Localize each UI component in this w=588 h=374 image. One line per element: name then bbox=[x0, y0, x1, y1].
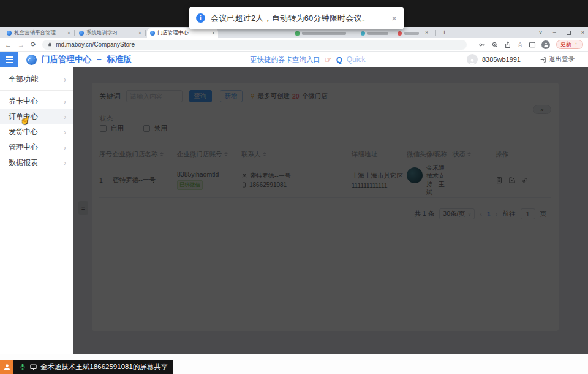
title-dash: － bbox=[95, 54, 104, 65]
site-favicon bbox=[295, 31, 300, 36]
logout-icon bbox=[540, 56, 546, 63]
address-bar[interactable]: md.maboy.cn/CompanyStore bbox=[42, 40, 467, 50]
site-favicon bbox=[398, 31, 402, 36]
page-body: 全部功能 › 券卡中心 › 订单中心 › 发货中心 › 管理中心 › 数据报表 bbox=[0, 67, 588, 354]
logout-button[interactable]: 退出登录 bbox=[540, 55, 575, 64]
logout-label: 退出登录 bbox=[549, 55, 575, 64]
screen-share-icon bbox=[29, 364, 37, 371]
chevron-right-icon: › bbox=[64, 113, 66, 121]
chevron-right-icon: › bbox=[64, 97, 66, 106]
app-title-text: 门店管理中心 bbox=[42, 54, 91, 65]
browser-tab-partially-hidden[interactable] bbox=[361, 29, 393, 37]
window-controls: ∨ – × bbox=[538, 27, 584, 38]
forward-icon[interactable]: → bbox=[18, 41, 24, 48]
chrome-update-button[interactable]: 更新 ⋮ bbox=[556, 40, 583, 49]
drawer-item-data-report[interactable]: 数据报表 › bbox=[0, 155, 74, 170]
browser-tab-gift-platform[interactable]: 礼盒营销平台管理中心 × bbox=[4, 28, 74, 38]
drawer-item-coupon-center[interactable]: 券卡中心 › bbox=[0, 94, 74, 109]
drawer-item-label: 全部功能 bbox=[9, 74, 38, 85]
tab-title: 系统培训学习 bbox=[86, 29, 136, 37]
screen: 礼盒营销平台管理中心 × 系统培训学习 × 门店管理中心 × × + bbox=[0, 0, 588, 374]
tab-search-icon[interactable]: ∨ bbox=[538, 30, 543, 36]
app-logo-icon bbox=[26, 55, 37, 65]
screen-share-indicator: 金禾通技术王斌18662591081的屏幕共享 bbox=[13, 360, 173, 374]
browser-urlbar: ← → ⟳ md.maboy.cn/CompanyStore ☆ bbox=[0, 38, 588, 52]
tab-separator bbox=[145, 30, 146, 36]
tab-close-icon[interactable]: × bbox=[212, 31, 215, 36]
user-zone: 8385wb1991 退出登录 bbox=[467, 54, 575, 65]
info-icon: i bbox=[196, 13, 205, 23]
tab-separator bbox=[74, 30, 75, 36]
blurred-tab-title bbox=[368, 32, 388, 35]
tab-title: 礼盒营销平台管理中心 bbox=[14, 29, 65, 37]
password-key-icon[interactable] bbox=[478, 41, 486, 48]
zoom-icon[interactable] bbox=[491, 41, 499, 48]
taskbar-app-icon[interactable] bbox=[0, 360, 13, 374]
app-edition: 标准版 bbox=[107, 54, 132, 65]
back-icon[interactable]: ← bbox=[5, 41, 12, 48]
drawer-item-label: 管理中心 bbox=[9, 142, 38, 153]
drawer-item-label: 发货中心 bbox=[9, 127, 38, 137]
site-favicon bbox=[79, 31, 84, 36]
blurred-tab-title bbox=[302, 32, 346, 35]
drawer-item-label: 数据报表 bbox=[9, 158, 38, 168]
meeting-notification-text: 会议已超过2人，自动转为60分钟限时会议。 bbox=[211, 13, 370, 24]
microphone-icon bbox=[19, 363, 26, 371]
user-avatar[interactable] bbox=[467, 54, 478, 65]
drawer-item-management-center[interactable]: 管理中心 › bbox=[0, 140, 74, 155]
store-page-content: 关键词 查询 新增 最多可创建 20 个微门店 » 状态 bbox=[74, 67, 588, 354]
quick-search-q-icon[interactable]: Q bbox=[336, 55, 342, 64]
hamburger-menu-button[interactable] bbox=[0, 52, 18, 67]
browser-tab-training[interactable]: 系统培训学习 × bbox=[76, 28, 145, 38]
window-maximize-icon[interactable] bbox=[567, 31, 571, 35]
share-icon[interactable] bbox=[504, 41, 511, 48]
drawer-item-order-center[interactable]: 订单中心 › bbox=[0, 109, 74, 124]
pointing-finger-icon: ☞ bbox=[325, 55, 332, 64]
quick-search-label[interactable]: Quick bbox=[347, 55, 366, 64]
side-panel-icon[interactable] bbox=[529, 41, 536, 48]
site-favicon bbox=[7, 31, 12, 36]
reload-icon[interactable]: ⟳ bbox=[31, 40, 36, 48]
drawer-item-label: 券卡中心 bbox=[9, 96, 38, 107]
banner-close-icon[interactable]: × bbox=[391, 13, 397, 23]
site-favicon bbox=[361, 31, 365, 36]
meeting-notification-banner: i 会议已超过2人，自动转为60分钟限时会议。 × bbox=[189, 7, 404, 29]
update-label: 更新 bbox=[560, 40, 571, 48]
browser-tab-store-center-active[interactable]: 门店管理中心 × bbox=[147, 28, 218, 38]
chevron-right-icon: › bbox=[64, 75, 66, 84]
site-favicon bbox=[150, 31, 155, 36]
window-minimize-icon[interactable]: – bbox=[553, 30, 556, 36]
drawer-item-shipping-center[interactable]: 发货中心 › bbox=[0, 124, 74, 140]
chevron-right-icon: › bbox=[64, 143, 66, 152]
kebab-menu-icon: ⋮ bbox=[573, 42, 579, 48]
tab-close-icon[interactable]: × bbox=[138, 31, 141, 36]
quick-entry-zone: 更快捷的券卡查询入口 ☞ Q Quick bbox=[250, 55, 365, 64]
blurred-tab-title bbox=[404, 32, 419, 35]
lock-icon bbox=[47, 41, 53, 48]
username-text: 8385wb1991 bbox=[482, 56, 521, 63]
page-title: 门店管理中心 － 标准版 bbox=[42, 54, 132, 65]
chevron-right-icon: › bbox=[64, 128, 66, 137]
new-tab-button[interactable]: + bbox=[442, 28, 447, 37]
browser-tab-partially-hidden[interactable] bbox=[398, 29, 422, 37]
chevron-right-icon: › bbox=[64, 159, 66, 167]
tab-title: 门店管理中心 bbox=[157, 29, 209, 37]
tab-close-icon[interactable]: × bbox=[425, 29, 428, 36]
coupon-query-entry-link[interactable]: 更快捷的券卡查询入口 bbox=[250, 55, 320, 64]
drawer-divider bbox=[0, 90, 74, 91]
tab-close-icon[interactable]: × bbox=[67, 31, 70, 36]
window-close-icon[interactable]: × bbox=[581, 30, 584, 36]
tab-separator bbox=[435, 30, 436, 36]
address-url: md.maboy.cn/CompanyStore bbox=[56, 41, 135, 48]
browser-tab-partially-hidden[interactable] bbox=[295, 29, 356, 37]
drawer-item-all-functions[interactable]: 全部功能 › bbox=[0, 72, 74, 87]
modal-dim-overlay[interactable] bbox=[74, 67, 588, 354]
screen-share-text: 金禾通技术王斌18662591081的屏幕共享 bbox=[40, 362, 168, 372]
nav-drawer: 全部功能 › 券卡中心 › 订单中心 › 发货中心 › 管理中心 › 数据报表 bbox=[0, 67, 74, 354]
bottom-strip: 金禾通技术王斌18662591081的屏幕共享 bbox=[0, 354, 588, 374]
bookmark-star-icon[interactable]: ☆ bbox=[517, 40, 523, 48]
browser-profile-avatar[interactable] bbox=[541, 40, 550, 49]
app-header: 门店管理中心 － 标准版 更快捷的券卡查询入口 ☞ Q Quick 8385wb… bbox=[0, 52, 588, 67]
